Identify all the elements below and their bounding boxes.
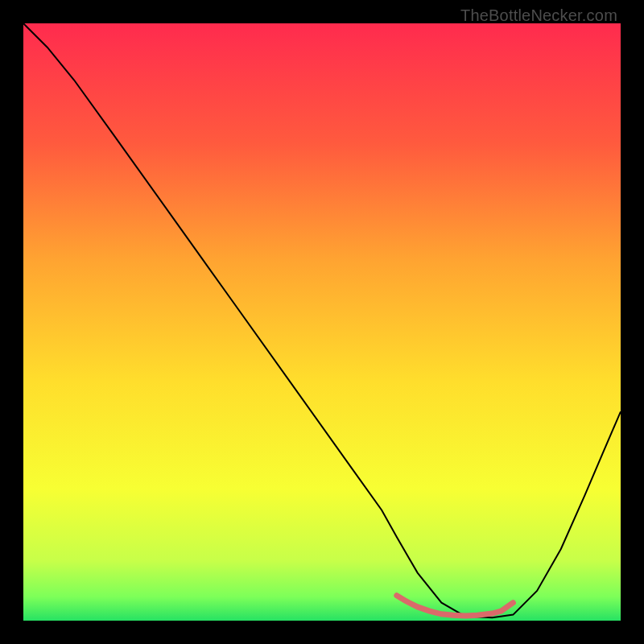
chart-frame: TheBottleNecker.com xyxy=(0,0,644,644)
plot-svg xyxy=(23,23,621,621)
plot-area xyxy=(23,23,621,621)
watermark-text: TheBottleNecker.com xyxy=(460,6,617,25)
gradient-background xyxy=(23,23,621,621)
